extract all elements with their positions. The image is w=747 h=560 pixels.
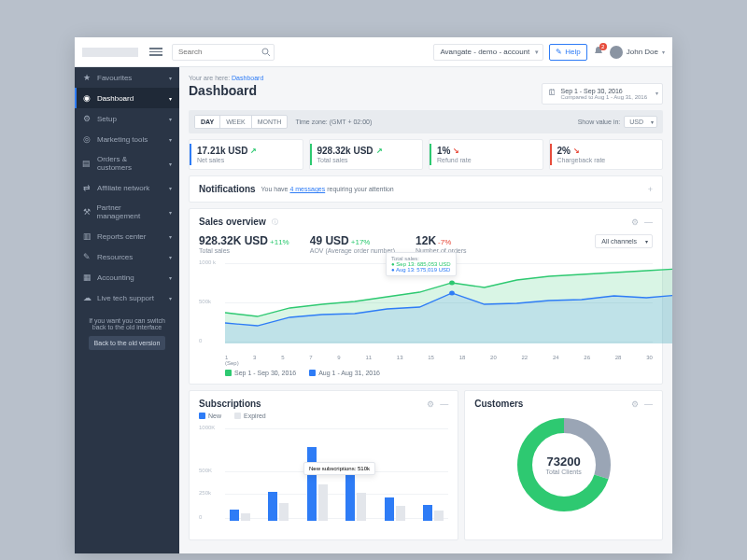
kpi-card: 2% ↘Chargeback rate <box>549 139 664 170</box>
overview-stat: 928.32K USD+11%Total sales <box>199 234 289 254</box>
sidebar-item-label: Favourites <box>97 74 132 82</box>
sales-overview-card: Sales overview ⓘ ⚙— 928.32K USD+11%Total… <box>189 208 663 385</box>
settings-icon[interactable]: ⚙ <box>631 217 639 227</box>
y-tick: 0 <box>199 338 202 343</box>
date-range-selector[interactable]: 🗓 Sep 1 - Sep 30, 2016 Compared to Aug 1… <box>542 83 663 105</box>
chevron-down-icon: ▾ <box>169 185 172 191</box>
x-tick: 18 <box>459 355 466 360</box>
customers-sub: Total Clients <box>546 469 582 475</box>
sidebar-item-reports-center[interactable]: ▥Reports center▾ <box>75 226 179 246</box>
overview-stat: 12K-7%Number of orders <box>416 234 466 254</box>
x-tick: 13 <box>397 355 403 360</box>
subs-legend: New Expired <box>199 413 448 419</box>
bar-expired[interactable] <box>318 484 328 521</box>
sidebar-item-partner-management[interactable]: ⚒Partner management▾ <box>75 198 179 226</box>
bar-new[interactable] <box>345 475 355 521</box>
sidebar-item-live-tech-support[interactable]: ☁Live tech support▾ <box>75 287 179 308</box>
notifications-link[interactable]: 4 messages <box>289 186 325 192</box>
bar-new[interactable] <box>385 497 394 521</box>
back-old-version-button[interactable]: Back to the old version <box>89 336 166 350</box>
kpi-card: 1% ↘Refund rate <box>429 139 543 170</box>
sidebar-icon: ✎ <box>82 252 92 261</box>
kpi-label: Refund rate <box>437 157 535 163</box>
currency-selector[interactable]: USD <box>624 116 657 128</box>
sidebar-item-favourites[interactable]: ★Favourites▾ <box>75 67 179 88</box>
settings-icon[interactable]: ⚙ <box>631 399 639 409</box>
sidebar-item-setup[interactable]: ⚙Setup▾ <box>75 108 179 129</box>
bar-group <box>342 475 372 521</box>
seg-week[interactable]: WEEK <box>219 116 251 128</box>
seg-day[interactable]: DAY <box>195 116 219 128</box>
account-selector[interactable]: Avangate - demo - account <box>433 44 543 61</box>
subscriptions-card: Subscriptions ⚙— New Expired 1000K 500K … <box>189 390 458 540</box>
main: Your are here: Dashboard Dashboard 🗓 Sep… <box>179 67 672 553</box>
kpi-row: 17.21k USD ↗Net sales928.32k USD ↗Total … <box>189 139 663 170</box>
x-tick: 22 <box>522 355 529 360</box>
bar-new[interactable] <box>423 505 432 521</box>
user-name: John Doe <box>627 48 658 56</box>
search-icon <box>261 48 271 57</box>
sidebar-item-resources[interactable]: ✎Resources▾ <box>75 246 179 267</box>
granularity-segmented: DAY WEEK MONTH <box>194 115 288 129</box>
notifications-title: Notifications <box>199 184 256 194</box>
x-tick: 1 <box>225 355 228 360</box>
minimize-icon[interactable]: — <box>644 399 653 409</box>
kpi-card: 17.21k USD ↗Net sales <box>189 139 303 170</box>
notifications-button[interactable]: 2 <box>593 46 604 59</box>
breadcrumb: Your are here: Dashboard <box>189 75 663 81</box>
bar-new[interactable] <box>307 447 317 521</box>
svg-point-0 <box>262 49 268 54</box>
search-input[interactable] <box>172 44 275 61</box>
bar-group <box>225 510 255 521</box>
info-icon[interactable]: ⓘ <box>272 217 278 227</box>
bar-group <box>380 497 410 521</box>
x-tick: 7 <box>309 355 312 360</box>
sidebar-item-affiliate-network[interactable]: ⇄Affiliate network▾ <box>75 177 179 198</box>
seg-month[interactable]: MONTH <box>251 116 288 128</box>
y-tick: 1000K <box>199 425 215 430</box>
bar-expired[interactable] <box>357 493 366 521</box>
customers-title: Customers <box>474 399 523 409</box>
sales-chart: 1000 k 500k 0 Total sales: ● Sep 13: 685… <box>199 258 653 360</box>
minimize-icon[interactable]: — <box>440 399 448 409</box>
hamburger-icon[interactable] <box>149 48 162 56</box>
bar-new[interactable] <box>230 510 239 521</box>
bar-expired[interactable] <box>279 503 289 521</box>
bar-new[interactable] <box>268 492 277 521</box>
bar-expired[interactable] <box>396 506 405 521</box>
bar-expired[interactable] <box>241 513 250 521</box>
kpi-label: Chargeback rate <box>557 157 655 163</box>
sidebar-icon: ★ <box>82 73 92 82</box>
chevron-down-icon: ▾ <box>169 274 172 281</box>
channel-selector[interactable]: All channels <box>595 234 653 248</box>
sidebar-item-accounting[interactable]: ▦Accounting▾ <box>75 267 179 287</box>
sidebar-item-label: Affiliate network <box>97 184 149 192</box>
sidebar-icon: ◎ <box>82 134 92 144</box>
sidebar-item-marketing-tools[interactable]: ◎Marketing tools▾ <box>75 129 179 149</box>
bar-expired[interactable] <box>434 511 444 521</box>
sidebar-item-dashboard[interactable]: ◉Dashboard▾ <box>75 88 179 108</box>
timezone-label: Time zone: (GMT + 02:00) <box>295 119 372 125</box>
topbar: Avangate - demo - account ✎Help 2 John D… <box>75 37 672 67</box>
breadcrumb-link[interactable]: Dashboard <box>232 75 263 81</box>
sidebar-item-orders-&-customers[interactable]: ▤Orders & customers▾ <box>75 149 179 177</box>
help-button[interactable]: ✎Help <box>549 44 586 61</box>
donut-pct-1: 30% <box>612 426 625 432</box>
sidebar-item-label: Live tech support <box>97 294 154 302</box>
y-tick: 250k <box>199 490 211 496</box>
chevron-down-icon: ▾ <box>169 116 172 122</box>
user-menu[interactable]: John Doe ▾ <box>610 46 665 59</box>
sidebar-item-label: Orders & customers <box>97 155 163 172</box>
chevron-down-icon: ▾ <box>169 161 172 167</box>
subs-title: Subscriptions <box>199 399 261 409</box>
show-value-label: Show value in: <box>578 119 621 125</box>
sidebar-item-label: Marketing tools <box>97 135 148 144</box>
minimize-icon[interactable]: — <box>644 217 653 227</box>
sales-legend: Sep 1 - Sep 30, 2016 Aug 1 - Aug 31, 201… <box>199 370 653 376</box>
sidebar-icon: ⚒ <box>82 207 92 217</box>
settings-icon[interactable]: ⚙ <box>427 399 434 409</box>
sidebar-item-label: Dashboard <box>97 94 134 103</box>
bar-group <box>264 492 294 521</box>
expand-icon[interactable]: + <box>648 185 653 194</box>
calendar-icon: 🗓 <box>548 88 557 100</box>
